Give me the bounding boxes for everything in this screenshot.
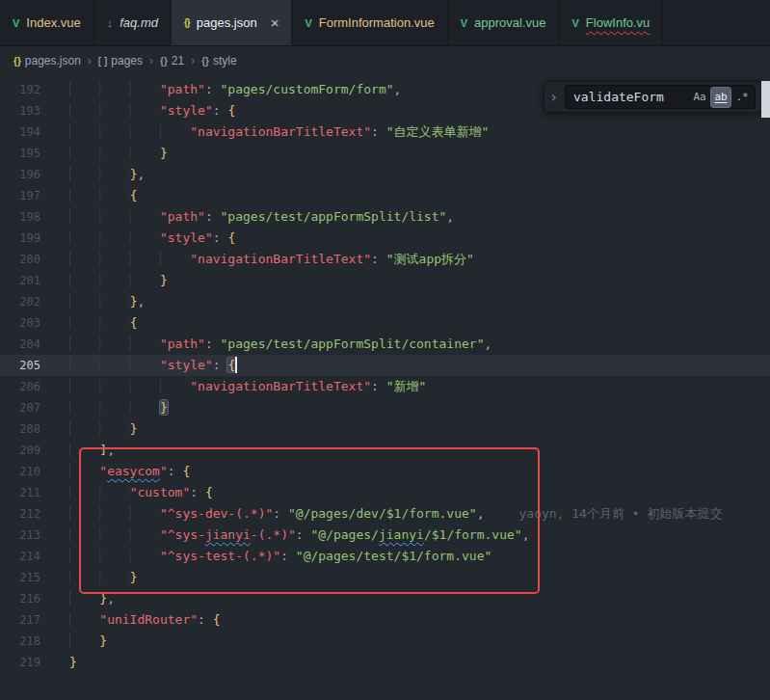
code-token <box>69 252 190 266</box>
json-file-icon: {} <box>13 56 21 67</box>
code-token <box>69 82 160 96</box>
code-token <box>69 591 99 606</box>
code-line-text: "uniIdRouter": { <box>69 609 221 631</box>
tab-approval-vue[interactable]: Vapproval.vue <box>448 0 560 45</box>
code-line-217[interactable]: 217 "uniIdRouter": { <box>0 609 770 631</box>
find-widget: › validateForm Aa ab .* <box>544 81 762 113</box>
regex-toggle-icon[interactable]: .* <box>732 88 752 107</box>
breadcrumb-label: style <box>213 54 237 67</box>
tab-index-vue[interactable]: VIndex.vue <box>0 0 94 45</box>
line-number: 205 <box>0 355 40 376</box>
code-token <box>69 124 190 139</box>
code-line-text: "style": { <box>69 355 237 376</box>
code-token <box>69 400 160 415</box>
code-token <box>69 506 160 521</box>
tab-pages-json[interactable]: {}pages.json× <box>172 0 292 45</box>
code-token: "navigationBarTitleText" <box>190 124 371 139</box>
code-token: "^sys- <box>160 527 205 542</box>
close-icon[interactable]: × <box>271 15 279 30</box>
code-token: : <box>205 337 221 351</box>
code-token <box>69 379 190 393</box>
breadcrumb-item-pages-json[interactable]: {}pages.json <box>13 54 81 67</box>
code-editor[interactable]: 192 "path": "pages/customForm/form",193 … <box>0 75 770 700</box>
code-token: "^sys-test-(.*)" <box>160 549 280 563</box>
code-token: : <box>213 358 228 372</box>
code-line-213[interactable]: 213 "^sys-jianyi-(.*)": "@/pages/jianyi/… <box>0 525 770 546</box>
code-line-219[interactable]: 219} <box>0 652 770 673</box>
line-number: 217 <box>0 609 40 631</box>
code-line-199[interactable]: 199 "style": { <box>0 228 770 249</box>
code-line-text: "path": "pages/customForm/form", <box>69 79 401 100</box>
line-number: 195 <box>0 143 40 164</box>
line-number: 204 <box>0 334 40 355</box>
code-token: "uniIdRouter" <box>99 612 198 627</box>
code-line-text: "^sys-test-(.*)": "@/pages/test/$1/form.… <box>69 546 491 567</box>
code-line-208[interactable]: 208 } <box>0 418 770 440</box>
code-line-202[interactable]: 202 }, <box>0 291 770 312</box>
line-number: 196 <box>0 164 40 185</box>
code-token: , <box>137 167 145 181</box>
code-token: " <box>160 464 168 478</box>
code-token: { <box>130 188 138 202</box>
code-line-212[interactable]: 212 "^sys-dev-(.*)": "@/pages/dev/$1/for… <box>0 503 770 525</box>
line-number: 219 <box>0 652 40 673</box>
tab-forminformation-vue[interactable]: VFormInformation.vue <box>292 0 447 45</box>
code-token: "path" <box>160 337 205 351</box>
code-token: "navigationBarTitleText" <box>190 252 371 266</box>
markdown-icon: ↓ <box>107 15 114 30</box>
find-input[interactable]: validateForm Aa ab .* <box>565 85 756 109</box>
code-line-200[interactable]: 200 "navigationBarTitleText": "测试app拆分" <box>0 249 770 270</box>
whole-word-toggle-icon[interactable]: ab <box>711 88 730 107</box>
code-content[interactable]: 192 "path": "pages/customForm/form",193 … <box>0 75 770 673</box>
code-token: -(.*)" <box>251 527 296 542</box>
code-line-206[interactable]: 206 "navigationBarTitleText": "新增" <box>0 376 770 397</box>
code-line-text: } <box>69 418 137 440</box>
code-line-198[interactable]: 198 "path": "pages/test/appFormSplit/lis… <box>0 206 770 228</box>
code-line-214[interactable]: 214 "^sys-test-(.*)": "@/pages/test/$1/f… <box>0 546 770 567</box>
code-line-195[interactable]: 195 } <box>0 143 770 164</box>
code-token: "新增" <box>386 379 427 393</box>
line-number: 193 <box>0 100 40 121</box>
code-token: : <box>296 527 311 542</box>
code-line-204[interactable]: 204 "path": "pages/test/appFormSplit/con… <box>0 334 770 355</box>
code-token: : <box>190 485 205 499</box>
code-token: "path" <box>160 209 205 224</box>
line-number: 212 <box>0 503 40 525</box>
tab-faq-md[interactable]: ↓faq.md <box>94 0 172 45</box>
breadcrumb-item-style[interactable]: {}style <box>201 54 236 67</box>
code-token: : <box>213 103 228 118</box>
code-line-209[interactable]: 209 ], <box>0 440 770 461</box>
code-line-216[interactable]: 216 }, <box>0 588 770 609</box>
code-line-194[interactable]: 194 "navigationBarTitleText": "自定义表单新增" <box>0 121 770 143</box>
tab-flowinfo-vu[interactable]: VFlowInfo.vu <box>560 0 664 45</box>
code-line-210[interactable]: 210 "easycom": { <box>0 461 770 482</box>
match-case-toggle-icon[interactable]: Aa <box>690 88 709 107</box>
toggle-replace-chevron-icon[interactable]: › <box>546 89 561 106</box>
text-cursor <box>235 357 237 373</box>
code-line-197[interactable]: 197 { <box>0 185 770 206</box>
line-number: 208 <box>0 418 40 440</box>
code-line-196[interactable]: 196 }, <box>0 164 770 185</box>
code-token: { <box>227 103 235 118</box>
code-line-207[interactable]: 207 } <box>0 397 770 418</box>
code-line-205[interactable]: 205 "style": { <box>0 355 770 376</box>
breadcrumb: {}pages.json›[ ]pages›{}21›{}style <box>0 46 770 75</box>
breadcrumb-item-pages[interactable]: [ ]pages <box>98 54 143 67</box>
code-line-211[interactable]: 211 "custom": { <box>0 482 770 503</box>
code-line-201[interactable]: 201 } <box>0 270 770 291</box>
code-line-218[interactable]: 218 } <box>0 631 770 652</box>
code-line-text: "navigationBarTitleText": "新增" <box>69 376 426 397</box>
code-token: "自定义表单新增" <box>386 124 490 139</box>
code-line-text: "style": { <box>69 100 235 121</box>
code-line-203[interactable]: 203 { <box>0 312 770 334</box>
code-token: "navigationBarTitleText" <box>190 379 371 393</box>
tab-label: FlowInfo.vu <box>586 15 650 30</box>
breadcrumb-label: pages.json <box>25 54 81 67</box>
scrollbar-thumb[interactable] <box>761 81 770 118</box>
code-line-215[interactable]: 215 } <box>0 567 770 588</box>
code-token <box>69 103 160 118</box>
find-input-value: validateForm <box>573 90 688 104</box>
code-token: "@/pages/ <box>310 527 378 542</box>
code-token: : <box>273 506 288 521</box>
breadcrumb-item-21[interactable]: {}21 <box>160 54 184 67</box>
